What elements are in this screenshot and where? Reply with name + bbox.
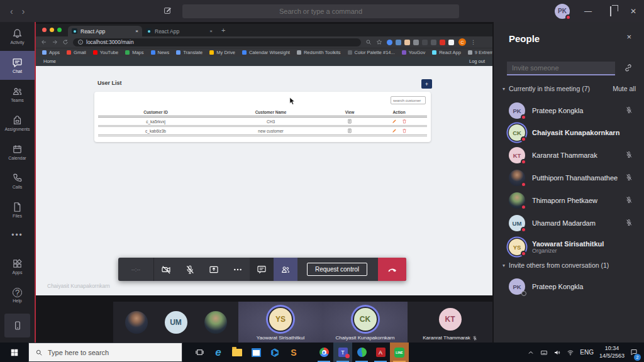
participant-row[interactable]: UM Uhamard Madardam (494, 212, 644, 234)
mic-muted-icon[interactable] (625, 105, 633, 116)
idm-taskbar-icon[interactable] (352, 343, 371, 362)
camera-off-button[interactable] (154, 258, 178, 281)
volume-icon[interactable] (553, 349, 561, 356)
nav-back-icon[interactable]: ‹ (10, 6, 13, 16)
section-currently-in-meeting[interactable]: ▾ Currently in this meeting (7) Mute all (502, 85, 636, 92)
nav-home-link[interactable]: Home (43, 58, 56, 64)
collapse-caret-icon[interactable]: ▾ (502, 86, 505, 92)
extension-icon[interactable] (387, 40, 392, 45)
tab-close-icon[interactable]: × (209, 28, 213, 34)
delete-icon[interactable] (402, 128, 407, 134)
tray-chevron-up-icon[interactable] (527, 349, 535, 356)
meeting-chat-button[interactable] (250, 258, 274, 281)
bookmark-item[interactable]: 9 Extremely Powe... (468, 50, 492, 55)
customer-search-input[interactable] (391, 96, 426, 104)
more-actions-button[interactable] (226, 258, 250, 281)
bookmark-item[interactable]: Redsmith Toolkits (297, 50, 341, 55)
chrome-menu-icon[interactable]: ⋮ (470, 39, 476, 45)
wifi-icon[interactable] (567, 349, 574, 356)
search-tabs-icon[interactable] (365, 39, 372, 45)
view-document-icon[interactable] (328, 119, 371, 124)
browser-reload-icon[interactable] (62, 39, 69, 45)
participant-row[interactable]: KT Karanrat Thammarak (494, 145, 644, 166)
mic-muted-icon[interactable] (625, 172, 633, 184)
bookmark-item[interactable]: My Drive (209, 50, 235, 55)
participant-row[interactable]: Putthiporn Thanathamathee (494, 167, 644, 189)
acrobat-taskbar-icon[interactable]: A (371, 343, 390, 362)
bookmark-star-icon[interactable] (376, 39, 382, 45)
extension-icon[interactable] (440, 40, 445, 45)
add-user-button[interactable]: + (421, 79, 432, 89)
start-button[interactable] (0, 343, 28, 362)
extension-icon[interactable] (396, 40, 401, 45)
edge-icon[interactable]: e (209, 343, 228, 362)
nav-forward-icon[interactable]: › (22, 6, 25, 16)
mute-all-button[interactable]: Mute all (613, 85, 636, 92)
mic-muted-icon[interactable] (625, 150, 633, 161)
edit-icon[interactable] (392, 128, 397, 134)
sidebar-item-chat[interactable]: Chat (0, 51, 35, 80)
restore-button[interactable] (606, 7, 615, 16)
command-search-input[interactable] (182, 4, 459, 18)
task-view-button[interactable] (190, 343, 209, 362)
sidebar-more-icon[interactable]: ••• (0, 224, 35, 246)
invite-someone-input[interactable] (507, 62, 615, 75)
extension-icon[interactable] (404, 40, 410, 45)
participant-row[interactable]: CK Chaiyasit Kunapakornkarn (494, 122, 644, 143)
line-taskbar-icon[interactable]: LINE (390, 343, 409, 362)
delete-icon[interactable] (402, 119, 407, 124)
bookmark-item[interactable]: Translate (176, 50, 203, 55)
sidebar-item-calls[interactable]: Calls (0, 167, 35, 195)
bookmark-item[interactable]: News (151, 50, 170, 55)
file-explorer-icon[interactable] (228, 343, 247, 362)
view-document-icon[interactable] (328, 128, 371, 134)
sublime-icon[interactable]: S (284, 343, 303, 362)
mic-off-button[interactable] (178, 258, 202, 281)
address-bar[interactable]: i localhost:3000/main (73, 38, 361, 47)
participant-row[interactable]: PK Prateep Kongkla (494, 100, 644, 121)
participant-tile[interactable]: CK Chaiyasit Kunapakornkarn (323, 302, 408, 343)
extension-icon[interactable] (422, 40, 428, 45)
browser-tab-active[interactable]: React App× (68, 26, 142, 36)
close-panel-icon[interactable]: × (626, 32, 631, 41)
invite-suggestion-row[interactable]: PK Prateep Kongkla (494, 276, 644, 297)
bookmark-item[interactable]: Apps (42, 50, 60, 55)
share-screen-button[interactable] (202, 258, 226, 281)
participant-row[interactable]: YS Yaowarat Sirisathitkul Organizer (494, 234, 644, 260)
sidebar-item-apps[interactable]: Apps (0, 252, 35, 281)
minimize-button[interactable]: — (584, 7, 592, 16)
bookmark-item[interactable]: Maps (125, 50, 143, 55)
mic-muted-icon[interactable] (625, 195, 633, 206)
close-button[interactable]: ✕ (629, 7, 638, 16)
tab-close-icon[interactable]: × (135, 28, 138, 34)
user-avatar[interactable]: PK (555, 4, 570, 19)
window-traffic-lights[interactable] (42, 28, 62, 32)
extension-icon[interactable] (431, 40, 436, 45)
taskbar-clock[interactable]: 10:34 14/5/2563 (599, 345, 625, 359)
teams-taskbar-icon[interactable]: T (333, 343, 352, 362)
participant-tile[interactable]: KT Karanrat Thammarak (408, 302, 492, 343)
sidebar-item-activity[interactable]: Activity (0, 22, 35, 51)
sidebar-item-teams[interactable]: Teams (0, 80, 35, 109)
participant-row[interactable]: Thimaporn Phetkaew (494, 190, 644, 211)
hang-up-button[interactable] (378, 258, 406, 281)
section-invite-others[interactable]: ▾ Invite others from conversation (1) (502, 261, 636, 269)
bookmark-item[interactable]: Color Palette #14... (348, 50, 395, 55)
sidebar-item-calendar[interactable]: Calendar (0, 138, 35, 167)
copy-join-link-icon[interactable] (624, 63, 633, 75)
browser-forward-icon[interactable] (52, 39, 58, 45)
collapse-caret-icon[interactable]: ▾ (502, 263, 505, 268)
browser-back-icon[interactable] (41, 39, 47, 45)
taskbar-search[interactable]: Type here to search (28, 343, 182, 362)
chrome-profile-avatar[interactable]: C (458, 38, 466, 46)
nav-logout-link[interactable]: Log out (469, 58, 485, 64)
request-control-button[interactable]: Request control (307, 263, 367, 276)
bookmark-item[interactable]: React App (432, 50, 461, 55)
sidebar-item-assignments[interactable]: Assignments (0, 109, 35, 138)
participant-tile-group[interactable]: UM (113, 302, 238, 343)
new-chat-icon[interactable] (164, 6, 172, 17)
participant-tile[interactable]: YS Yaowarat Sirisathitkul (238, 302, 323, 343)
sidebar-item-help[interactable]: ?Help (0, 281, 35, 310)
show-participants-button[interactable] (274, 258, 297, 281)
language-indicator[interactable]: ENG (580, 349, 594, 356)
